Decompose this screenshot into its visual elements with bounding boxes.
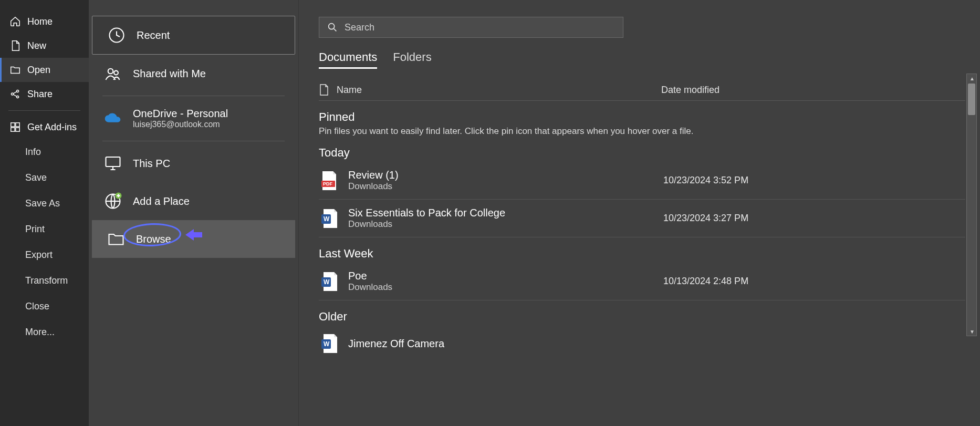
- section-today-title: Today: [319, 146, 965, 160]
- nav-more[interactable]: More...: [0, 319, 89, 345]
- section-older-title: Older: [319, 310, 965, 324]
- loc-recent-label: Recent: [137, 29, 170, 41]
- open-folder-icon: [9, 64, 21, 76]
- loc-onedrive-sub: luisej365@outlook.com: [133, 120, 228, 129]
- file-row[interactable]: W Jimenez Off Camera: [319, 326, 965, 354]
- addplace-icon: [102, 191, 123, 212]
- doc-glyph-icon: [319, 84, 329, 96]
- file-row[interactable]: PDF Review (1) Downloads 10/23/2024 3:52…: [319, 162, 965, 200]
- loc-addplace-label: Add a Place: [133, 195, 190, 207]
- nav-home[interactable]: Home: [0, 9, 89, 34]
- tab-documents[interactable]: Documents: [319, 50, 377, 69]
- scroll-thumb[interactable]: [968, 84, 975, 115]
- nav-divider-1: [8, 110, 80, 111]
- file-name: Six Essentials to Pack for College: [348, 207, 663, 219]
- svg-rect-3: [11, 123, 15, 127]
- loc-divider-1: [102, 96, 285, 96]
- vertical-scrollbar[interactable]: ▲ ▼: [966, 74, 977, 336]
- file-date: 10/23/2024 3:27 PM: [663, 213, 748, 224]
- loc-thispc[interactable]: This PC: [89, 144, 298, 182]
- nav-saveas[interactable]: Save As: [0, 191, 89, 216]
- svg-text:W: W: [324, 278, 330, 286]
- svg-rect-10: [106, 157, 120, 167]
- section-lastweek-title: Last Week: [319, 247, 965, 261]
- nav-open-label: Open: [27, 65, 50, 76]
- file-row[interactable]: W Six Essentials to Pack for College Dow…: [319, 200, 965, 237]
- loc-onedrive[interactable]: OneDrive - Personal luisej365@outlook.co…: [89, 99, 298, 138]
- section-pinned-help: Pin files you want to easily find later.…: [319, 126, 965, 137]
- nav-home-label: Home: [27, 16, 53, 27]
- shared-icon: [102, 63, 123, 84]
- file-date: 10/23/2024 3:52 PM: [663, 175, 748, 186]
- nav-open[interactable]: Open: [0, 58, 89, 82]
- scroll-up-icon[interactable]: ▲: [967, 74, 977, 82]
- loc-thispc-label: This PC: [133, 158, 170, 170]
- nav-addins-label: Get Add-ins: [27, 122, 77, 133]
- file-row[interactable]: W Poe Downloads 10/13/2024 2:48 PM: [319, 263, 965, 300]
- loc-recent[interactable]: Recent: [92, 16, 295, 55]
- svg-point-1: [17, 90, 19, 92]
- file-location: Downloads: [348, 219, 663, 230]
- browse-folder-icon: [106, 228, 127, 250]
- search-box[interactable]: [319, 17, 623, 38]
- loc-addplace[interactable]: Add a Place: [89, 182, 298, 220]
- section-pinned-title: Pinned: [319, 110, 965, 124]
- scroll-down-icon[interactable]: ▼: [967, 327, 977, 336]
- app-root: Home New Open Share Get Add-ins: [0, 0, 980, 426]
- svg-point-8: [108, 69, 113, 74]
- svg-point-13: [329, 24, 335, 29]
- table-header: Name Date modified: [319, 79, 965, 101]
- nav-info[interactable]: Info: [0, 139, 89, 165]
- loc-browse[interactable]: Browse: [92, 220, 295, 258]
- annotation-arrow-icon: [184, 228, 203, 242]
- new-doc-icon: [9, 40, 21, 51]
- nav-share[interactable]: Share: [0, 82, 89, 106]
- file-date: 10/13/2024 2:48 PM: [663, 276, 748, 287]
- search-input[interactable]: [345, 22, 616, 33]
- svg-text:W: W: [324, 340, 330, 348]
- home-icon: [9, 16, 21, 27]
- nav-new-label: New: [27, 40, 46, 51]
- file-tabs: Documents Folders: [319, 50, 965, 69]
- nav-print[interactable]: Print: [0, 216, 89, 242]
- onedrive-icon: [102, 108, 123, 129]
- nav-new[interactable]: New: [0, 34, 89, 58]
- nav-transform[interactable]: Transform: [0, 268, 89, 294]
- tab-folders[interactable]: Folders: [393, 50, 431, 69]
- loc-shared-label: Shared with Me: [133, 68, 206, 80]
- file-name: Review (1): [348, 169, 663, 181]
- svg-point-2: [17, 96, 19, 98]
- loc-divider-2: [102, 141, 285, 141]
- loc-shared[interactable]: Shared with Me: [89, 55, 298, 92]
- nav-addins[interactable]: Get Add-ins: [0, 115, 89, 139]
- svg-point-0: [11, 93, 13, 95]
- docx-icon: W: [319, 208, 340, 229]
- docx-icon: W: [319, 333, 340, 354]
- svg-rect-4: [16, 123, 19, 127]
- nav-save[interactable]: Save: [0, 165, 89, 191]
- locations-panel: Recent Shared with Me OneDrive - Persona…: [89, 0, 298, 426]
- loc-browse-label: Browse: [136, 233, 171, 245]
- loc-onedrive-title: OneDrive - Personal: [133, 108, 228, 120]
- svg-text:PDF: PDF: [323, 181, 333, 186]
- share-icon: [9, 88, 21, 100]
- pdf-icon: PDF: [319, 170, 340, 191]
- addins-icon: [9, 121, 21, 133]
- thispc-icon: [102, 153, 123, 174]
- docx-icon: W: [319, 271, 340, 292]
- nav-share-label: Share: [27, 89, 53, 100]
- search-icon: [327, 22, 338, 33]
- nav-export[interactable]: Export: [0, 242, 89, 268]
- file-location: Downloads: [348, 181, 663, 192]
- file-location: Downloads: [348, 282, 663, 293]
- nav-close[interactable]: Close: [0, 294, 89, 319]
- recent-icon: [106, 25, 127, 46]
- file-name: Jimenez Off Camera: [348, 338, 663, 350]
- main-pane: Documents Folders Name Date modified Pin…: [298, 0, 980, 426]
- backstage-leftnav: Home New Open Share Get Add-ins: [0, 0, 89, 426]
- svg-text:W: W: [324, 215, 330, 223]
- svg-point-9: [114, 71, 118, 75]
- date-header[interactable]: Date modified: [661, 85, 777, 96]
- name-header[interactable]: Name: [337, 85, 362, 96]
- svg-rect-6: [16, 128, 19, 131]
